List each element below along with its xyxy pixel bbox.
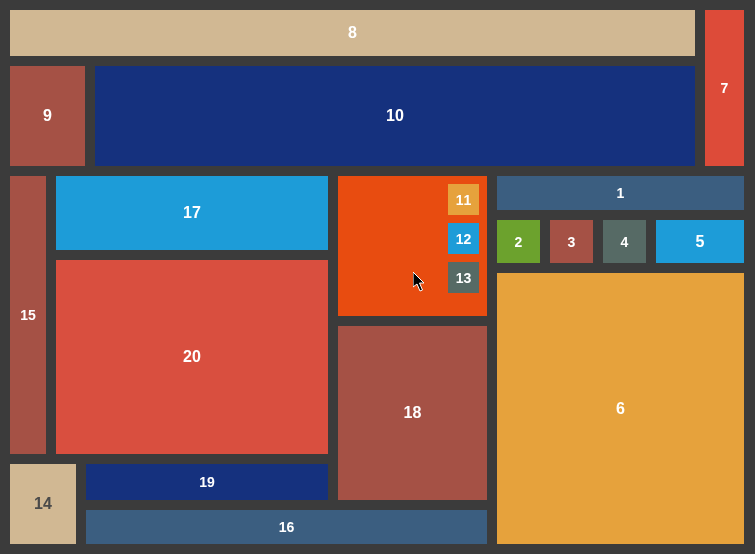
block-7: 7 (705, 10, 744, 166)
block-20: 20 (56, 260, 328, 454)
block-9: 9 (10, 66, 85, 166)
block-14: 14 (10, 464, 76, 544)
block-13: 13 (448, 262, 479, 293)
block-2: 2 (497, 220, 540, 263)
block-17: 17 (56, 176, 328, 250)
block-12: 12 (448, 223, 479, 254)
block-18: 18 (338, 326, 487, 500)
block-19: 19 (86, 464, 328, 500)
block-5: 5 (656, 220, 744, 263)
block-16: 16 (86, 510, 487, 544)
block-11: 11 (448, 184, 479, 215)
block-3: 3 (550, 220, 593, 263)
block-15: 15 (10, 176, 46, 454)
block-6: 6 (497, 273, 744, 544)
block-10: 10 (95, 66, 695, 166)
block-8: 8 (10, 10, 695, 56)
block-4: 4 (603, 220, 646, 263)
block-1: 1 (497, 176, 744, 210)
